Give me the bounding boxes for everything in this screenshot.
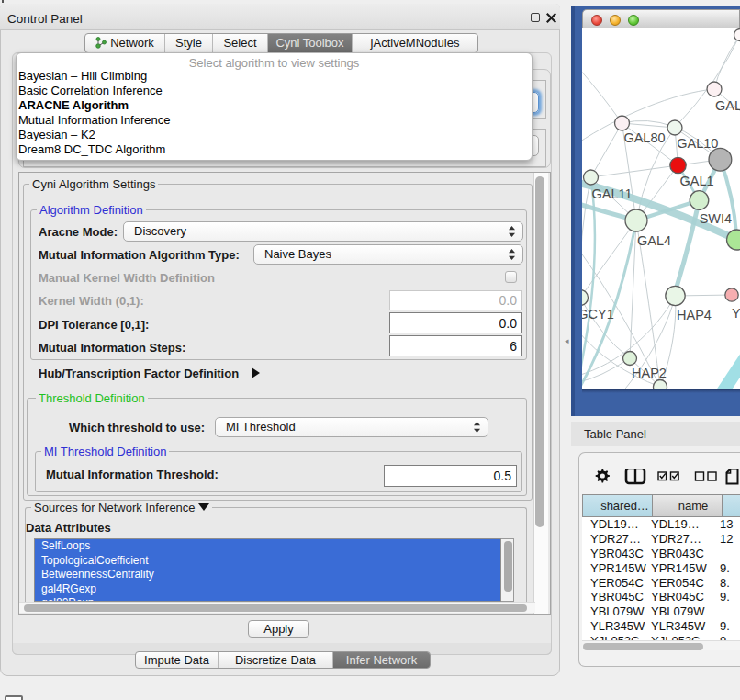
- svg-text:GAL11: GAL11: [591, 186, 632, 201]
- svg-text:GAL80: GAL80: [623, 130, 665, 145]
- svg-text:GAL10: GAL10: [677, 136, 718, 151]
- svg-text:HAP2: HAP2: [632, 366, 667, 380]
- svg-text:SWI4: SWI4: [700, 211, 732, 226]
- svg-text:GAL2: GAL2: [715, 98, 740, 113]
- svg-text:GAL1: GAL1: [679, 174, 713, 188]
- svg-text:HAP4: HAP4: [677, 308, 712, 322]
- svg-text:YM: YM: [732, 306, 740, 321]
- svg-text:GCY1: GCY1: [582, 307, 614, 322]
- svg-text:GAL4: GAL4: [637, 233, 671, 248]
